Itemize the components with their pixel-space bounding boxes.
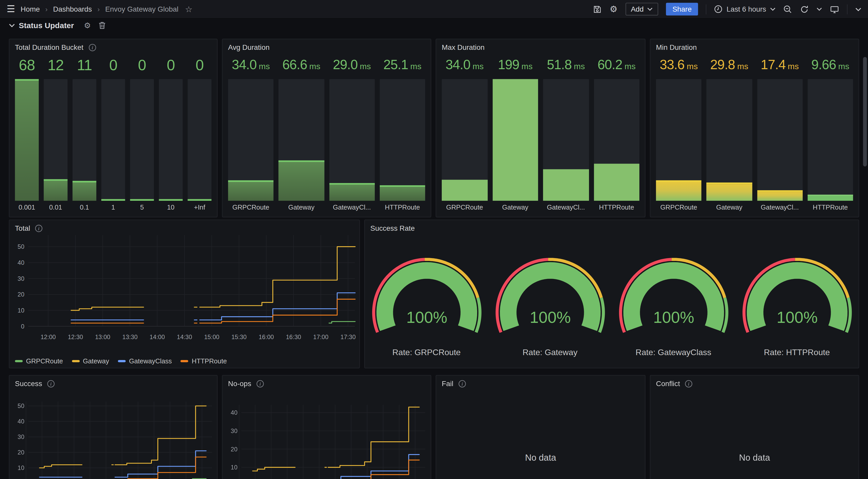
- bar-value: 29.8: [710, 57, 735, 72]
- bar-fill: [379, 185, 425, 201]
- svg-text:17:30: 17:30: [340, 334, 356, 340]
- breadcrumb-dashboards[interactable]: Dashboards: [53, 5, 92, 13]
- share-button[interactable]: Share: [666, 3, 698, 15]
- panel-title[interactable]: Success Rate: [370, 224, 415, 232]
- gauge: 100%Rate: GatewayClass: [612, 235, 735, 368]
- legend-item[interactable]: HTTPRoute: [181, 357, 227, 365]
- bar-fill: [656, 180, 702, 201]
- bar-track: [757, 79, 802, 201]
- panel-title[interactable]: Success: [15, 379, 42, 388]
- svg-text:14:30: 14:30: [177, 334, 192, 340]
- time-range-label: Last 6 hours: [726, 5, 766, 13]
- legend-item[interactable]: GatewayClass: [118, 357, 172, 365]
- bar-gauge-column: 680.001: [15, 57, 39, 213]
- panel-title[interactable]: Max Duration: [442, 43, 485, 52]
- gauge-value: 100%: [406, 308, 447, 326]
- info-icon[interactable]: i: [685, 380, 692, 387]
- time-range-picker[interactable]: Last 6 hours: [714, 5, 776, 13]
- breadcrumb-home[interactable]: Home: [21, 5, 40, 13]
- gauge-label: Rate: Gateway: [523, 347, 578, 357]
- info-icon[interactable]: i: [47, 380, 55, 387]
- gauge-value: 100%: [776, 308, 817, 326]
- row-header-status-updater: Status Updater ⚙: [9, 21, 106, 30]
- info-icon[interactable]: i: [458, 380, 466, 387]
- bar-track: [130, 79, 154, 201]
- panel-title[interactable]: Total Duration Bucket: [15, 43, 84, 52]
- bar-label: GRPCRoute: [656, 202, 702, 213]
- zoom-out-time-icon[interactable]: [783, 5, 792, 13]
- panel-title[interactable]: Fail: [442, 379, 454, 388]
- bar-gauge-column: 33.6msGRPCRoute: [656, 57, 702, 213]
- info-icon[interactable]: i: [35, 224, 43, 232]
- favorite-star-icon[interactable]: ☆: [185, 4, 192, 14]
- bar-gauge-column: 199msGateway: [492, 57, 538, 213]
- divider: [847, 4, 847, 14]
- row-settings-gear-icon[interactable]: ⚙: [84, 21, 91, 30]
- save-dashboard-icon[interactable]: [593, 5, 602, 13]
- bar-value: 34.0: [232, 57, 256, 72]
- legend-item[interactable]: Gateway: [72, 357, 109, 365]
- divider: [706, 4, 707, 14]
- row-collapse-toggle[interactable]: Status Updater: [9, 21, 74, 30]
- bar-value: 51.8: [547, 57, 572, 72]
- svg-text:50: 50: [18, 243, 24, 250]
- kiosk-monitor-icon[interactable]: [830, 5, 839, 13]
- top-navbar: ☰ Home › Dashboards › Envoy Gateway Glob…: [0, 0, 868, 19]
- bar-label: GRPCRoute: [442, 202, 488, 213]
- gauge-label: Rate: GatewayClass: [636, 347, 711, 357]
- gauge: 100%Rate: GRPCRoute: [365, 235, 488, 368]
- bar-gauge-column: 01: [101, 57, 125, 213]
- chevron-down-icon: [647, 7, 652, 11]
- bar-fill: [188, 199, 211, 201]
- bar-fill: [492, 79, 538, 201]
- refresh-icon[interactable]: [800, 5, 809, 13]
- panel-title[interactable]: Total: [15, 224, 30, 232]
- breadcrumb-separator: ›: [45, 5, 48, 13]
- panel-title[interactable]: Avg Duration: [228, 43, 270, 52]
- chart-legend: GRPCRouteGatewayGatewayClassHTTPRoute: [15, 357, 227, 365]
- row-delete-trash-icon[interactable]: [99, 22, 106, 29]
- svg-text:15:00: 15:00: [204, 334, 219, 340]
- legend-label: Gateway: [83, 357, 109, 365]
- bar-gauge-column: 60.2msHTTPRoute: [594, 57, 640, 213]
- chevron-down-icon: [770, 7, 776, 11]
- svg-text:16:00: 16:00: [258, 334, 274, 340]
- gauge: 100%Rate: Gateway: [488, 235, 612, 368]
- legend-item[interactable]: GRPCRoute: [15, 357, 63, 365]
- hamburger-menu-icon[interactable]: ☰: [7, 3, 15, 15]
- bar-label: 0.01: [44, 202, 67, 213]
- add-button[interactable]: Add: [625, 3, 658, 15]
- vertical-scrollbar[interactable]: [863, 57, 867, 167]
- bar-track: [329, 79, 375, 201]
- refresh-interval-chevron-icon[interactable]: [816, 7, 822, 11]
- bar-value: 0: [109, 57, 117, 74]
- no-data-message: No data: [650, 453, 859, 463]
- info-icon[interactable]: i: [88, 43, 96, 51]
- bar-track: [101, 79, 125, 201]
- legend-label: GatewayClass: [129, 357, 172, 365]
- bar-value: 9.66: [811, 57, 836, 72]
- time-series-chart: 10203040: [222, 376, 431, 479]
- gauge-value: 100%: [529, 308, 570, 326]
- bar-value-unit: ms: [410, 61, 421, 71]
- dashboard-settings-gear-icon[interactable]: ⚙: [610, 5, 618, 13]
- bar-fill: [278, 160, 324, 201]
- bar-label: 5: [130, 202, 154, 213]
- svg-text:i: i: [259, 381, 261, 386]
- legend-swatch: [181, 360, 189, 362]
- legend-swatch: [15, 360, 23, 362]
- info-icon[interactable]: i: [256, 380, 264, 387]
- bar-fill: [329, 183, 375, 201]
- svg-text:10: 10: [231, 464, 238, 471]
- legend-label: GRPCRoute: [26, 357, 63, 365]
- panel-title[interactable]: Conflict: [656, 379, 680, 388]
- bar-value: 0: [167, 57, 175, 74]
- share-button-label: Share: [673, 5, 691, 13]
- navbar-chevron-down-icon[interactable]: [855, 7, 862, 11]
- bar-track: [492, 79, 538, 201]
- panel-title[interactable]: No-ops: [228, 379, 251, 388]
- panel-title[interactable]: Min Duration: [656, 43, 697, 52]
- bar-value-unit: ms: [259, 61, 270, 71]
- row-title-label: Status Updater: [19, 21, 74, 30]
- no-data-message: No data: [436, 453, 645, 463]
